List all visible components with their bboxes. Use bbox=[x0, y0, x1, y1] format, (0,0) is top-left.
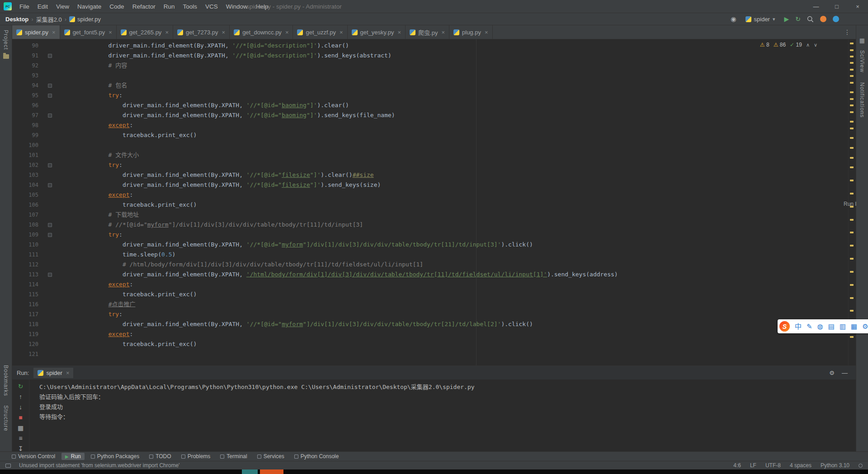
toolbox-icon[interactable]: ▥ bbox=[840, 323, 846, 330]
up-arrow-icon[interactable]: ↑ bbox=[19, 393, 22, 400]
line-number[interactable]: 97 bbox=[12, 110, 40, 120]
line-number[interactable]: 108 bbox=[12, 220, 40, 230]
stripe-warning-mark[interactable] bbox=[850, 157, 854, 159]
stripe-warning-mark[interactable] bbox=[850, 284, 854, 286]
stripe-warning-mark[interactable] bbox=[850, 297, 854, 299]
ime-toolbar[interactable]: S 中✎◍▤▥▦⚙ bbox=[778, 319, 868, 333]
soft-wrap-icon[interactable]: ≡ bbox=[19, 435, 22, 441]
menu-edit[interactable]: Edit bbox=[33, 3, 52, 10]
stripe-warning-mark[interactable] bbox=[850, 91, 854, 93]
indent-setting[interactable]: 4 spaces bbox=[790, 462, 811, 469]
caret-position[interactable]: 4:6 bbox=[733, 462, 741, 469]
tab-爬虫.py[interactable]: 爬虫.py× bbox=[406, 25, 449, 39]
line-number[interactable]: 106 bbox=[12, 200, 40, 210]
project-folder-icon[interactable] bbox=[3, 54, 9, 59]
close-icon[interactable]: × bbox=[340, 29, 343, 36]
stripe-warning-mark[interactable] bbox=[850, 104, 854, 106]
gutter-marker-icon[interactable] bbox=[46, 81, 55, 90]
sync-icon[interactable]: ↻ bbox=[795, 15, 801, 23]
mic-icon[interactable]: ◍ bbox=[817, 323, 823, 330]
menu-file[interactable]: File bbox=[15, 3, 33, 10]
rerun-icon[interactable]: ↻ bbox=[18, 383, 24, 389]
line-number[interactable]: 102 bbox=[12, 160, 40, 170]
line-number[interactable]: 98 bbox=[12, 120, 40, 130]
close-icon[interactable]: × bbox=[485, 29, 488, 36]
close-icon[interactable]: × bbox=[222, 29, 226, 36]
run-button[interactable]: ▶ bbox=[784, 15, 789, 23]
maximize-button[interactable]: □ bbox=[826, 0, 847, 13]
toolwindow-button-version-control[interactable]: Version Control bbox=[8, 453, 59, 460]
gutter-marker-icon[interactable] bbox=[46, 220, 55, 230]
handwriting-icon[interactable]: ✎ bbox=[807, 323, 812, 330]
minimize-button[interactable]: — bbox=[806, 0, 826, 13]
stripe-warning-mark[interactable] bbox=[850, 310, 854, 312]
gutter-marker-icon[interactable] bbox=[46, 180, 55, 190]
toolwindow-stripe-project[interactable]: Project bbox=[3, 30, 9, 50]
breadcrumb-folder[interactable]: 采集器2.0 bbox=[36, 15, 62, 24]
python-interpreter[interactable]: Python 3.10 bbox=[821, 462, 849, 469]
line-number[interactable]: 111 bbox=[12, 250, 40, 260]
tab-get_2265.py[interactable]: get_2265.py× bbox=[117, 25, 173, 39]
close-icon[interactable]: × bbox=[66, 370, 70, 376]
gutter-marker-icon[interactable] bbox=[46, 90, 55, 100]
settings-icon[interactable]: ⚙ bbox=[862, 323, 868, 330]
user-icon[interactable]: ◉ bbox=[731, 15, 736, 23]
close-icon[interactable]: × bbox=[108, 29, 112, 36]
file-encoding[interactable]: UTF-8 bbox=[765, 462, 781, 469]
line-number[interactable]: 116 bbox=[12, 299, 40, 309]
stripe-warning-mark[interactable] bbox=[850, 121, 854, 123]
gutter-marker-icon[interactable] bbox=[46, 160, 55, 170]
stripe-warning-mark[interactable] bbox=[850, 49, 854, 51]
chinese-mode-icon[interactable]: 中 bbox=[795, 323, 802, 330]
tab-get_7273.py[interactable]: get_7273.py× bbox=[173, 25, 230, 39]
stripe-warning-mark[interactable] bbox=[850, 258, 854, 260]
tab-get_yesky.py[interactable]: get_yesky.py× bbox=[348, 25, 406, 39]
tab-plug.py[interactable]: plug.py× bbox=[449, 25, 493, 39]
profile-icon[interactable] bbox=[833, 16, 839, 22]
stripe-warning-mark[interactable] bbox=[850, 75, 854, 77]
stripe-warning-mark[interactable] bbox=[850, 69, 854, 71]
gutter-marker-icon[interactable] bbox=[46, 51, 55, 61]
menu-vcs[interactable]: VCS bbox=[201, 3, 222, 10]
toolwindow-stripe-bookmarks[interactable]: Bookmarks bbox=[3, 365, 9, 396]
line-number[interactable]: 92 bbox=[12, 61, 40, 71]
line-number[interactable]: 120 bbox=[12, 339, 40, 349]
taskbar-app-orange[interactable] bbox=[260, 469, 283, 474]
database-icon[interactable]: ▦ bbox=[859, 37, 865, 44]
prev-problem-icon[interactable]: ∧ bbox=[806, 42, 810, 48]
toolwindow-quickaccess-icon[interactable] bbox=[5, 464, 11, 468]
stripe-warning-mark[interactable] bbox=[850, 128, 854, 129]
stripe-warning-mark[interactable] bbox=[850, 56, 854, 57]
close-icon[interactable]: × bbox=[285, 29, 289, 36]
menu-refactor[interactable]: Refactor bbox=[128, 3, 160, 10]
line-separator[interactable]: LF bbox=[750, 462, 756, 469]
stripe-warning-mark[interactable] bbox=[850, 82, 854, 84]
gutter-marker-icon[interactable] bbox=[46, 230, 55, 240]
stripe-warning-mark[interactable] bbox=[850, 336, 854, 338]
line-number[interactable]: 118 bbox=[12, 319, 40, 329]
line-number[interactable]: 109 bbox=[12, 230, 40, 240]
stop-icon[interactable]: ■ bbox=[19, 414, 22, 421]
tab-overflow-icon[interactable]: ⋮ bbox=[839, 25, 856, 39]
close-icon[interactable]: × bbox=[52, 29, 56, 36]
stripe-warning-mark[interactable] bbox=[850, 98, 854, 100]
settings-icon[interactable] bbox=[820, 16, 826, 22]
line-number[interactable]: 112 bbox=[12, 260, 40, 270]
keyboard-icon[interactable]: ▤ bbox=[828, 323, 835, 330]
line-number[interactable]: 103 bbox=[12, 170, 40, 180]
stripe-warning-mark[interactable] bbox=[850, 111, 854, 113]
toolwindow-button-terminal[interactable]: Terminal bbox=[217, 453, 250, 460]
tab-get_font5.py[interactable]: get_font5.py× bbox=[60, 25, 117, 39]
close-icon[interactable]: × bbox=[397, 29, 401, 36]
inspections-widget[interactable]: ⚠ 8 ⚠ 86 ✓ 19 ∧ ∨ bbox=[760, 42, 817, 48]
menu-navigate[interactable]: Navigate bbox=[73, 3, 105, 10]
down-arrow-icon[interactable]: ↓ bbox=[19, 404, 22, 410]
line-number[interactable]: 95 bbox=[12, 90, 40, 100]
sogou-logo-icon[interactable]: S bbox=[779, 321, 790, 332]
line-number[interactable]: 113 bbox=[12, 270, 40, 280]
line-number[interactable]: 107 bbox=[12, 210, 40, 220]
line-number[interactable]: 119 bbox=[12, 329, 40, 339]
tab-get_uzzf.py[interactable]: get_uzzf.py× bbox=[293, 25, 347, 39]
stripe-warning-mark[interactable] bbox=[850, 193, 854, 194]
toolwindow-button-python-console[interactable]: Python Console bbox=[291, 453, 343, 460]
